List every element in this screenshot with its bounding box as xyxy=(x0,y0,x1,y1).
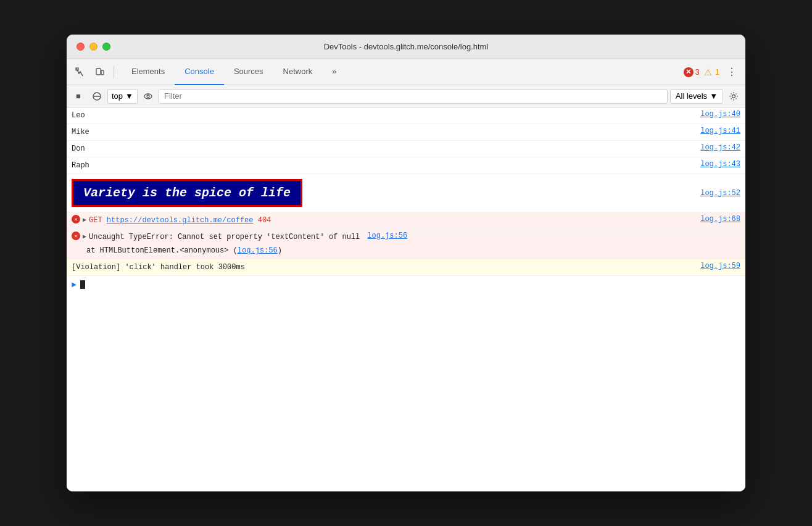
context-selector[interactable]: top ▼ xyxy=(107,89,138,104)
log-source-don[interactable]: log.js:42 xyxy=(700,143,740,152)
expand-arrow-2[interactable]: ▶ xyxy=(83,233,86,240)
variety-box: Variety is the spice of life xyxy=(72,179,302,207)
close-button[interactable] xyxy=(77,43,85,51)
console-content[interactable]: Leo log.js:40 Mike log.js:41 Don log.js:… xyxy=(67,107,745,491)
svg-point-5 xyxy=(144,94,152,99)
error-badge: ✕ 3 xyxy=(684,67,700,77)
devtools-body: Elements Console Sources Network » ✕ xyxy=(67,59,745,491)
warning-badge: ⚠ 1 xyxy=(703,67,719,77)
log-source-styled[interactable]: log.js:52 xyxy=(700,189,740,198)
toolbar-right: ✕ 3 ⚠ 1 ⋮ xyxy=(684,64,740,81)
variety-text: Variety is the spice of life xyxy=(83,186,291,200)
error-link[interactable]: log.js:56 xyxy=(238,246,278,255)
inspect-element-button[interactable] xyxy=(72,64,89,81)
traffic-lights xyxy=(77,43,110,51)
svg-point-6 xyxy=(147,95,149,98)
log-source-mike[interactable]: log.js:41 xyxy=(700,127,740,135)
error-url[interactable]: https://devtools.glitch.me/coffee xyxy=(107,216,254,225)
more-options-button[interactable]: ⋮ xyxy=(723,64,740,81)
log-source-violation[interactable]: log.js:59 xyxy=(700,262,740,270)
prompt-arrow: ► xyxy=(72,280,77,290)
clear-console-button[interactable]: ■ xyxy=(70,88,86,104)
log-entry-404: ✕ ▶ GET https://devtools.glitch.me/coffe… xyxy=(67,212,745,229)
tab-more[interactable]: » xyxy=(322,59,346,85)
styled-box: Variety is the spice of life xyxy=(72,179,302,207)
log-entry-violation: [Violation] 'click' handler took 3000ms … xyxy=(67,259,745,276)
tab-elements[interactable]: Elements xyxy=(122,59,175,85)
top-toolbar: Elements Console Sources Network » ✕ xyxy=(67,59,745,85)
log-entry-don: Don log.js:42 xyxy=(67,141,745,157)
levels-selector[interactable]: All levels ▼ xyxy=(670,89,723,104)
log-source-404[interactable]: log.js:68 xyxy=(700,215,740,223)
maximize-button[interactable] xyxy=(102,43,110,51)
warning-icon: ⚠ xyxy=(703,67,713,77)
toolbar-divider-1 xyxy=(114,66,114,78)
devtools-window: DevTools - devtools.glitch.me/console/lo… xyxy=(67,35,745,491)
log-entry-typeerror: ✕ ▶ Uncaught TypeError: Cannot set prope… xyxy=(67,229,745,259)
tab-network[interactable]: Network xyxy=(273,59,323,85)
styled-log-entry: Variety is the spice of life log.js:52 xyxy=(67,174,745,212)
console-settings-button[interactable] xyxy=(726,88,742,104)
window-title: DevTools - devtools.glitch.me/console/lo… xyxy=(324,42,489,51)
tab-console[interactable]: Console xyxy=(175,59,224,85)
eye-icon[interactable] xyxy=(140,88,156,104)
title-bar: DevTools - devtools.glitch.me/console/lo… xyxy=(67,35,745,59)
log-entry-mike: Mike log.js:41 xyxy=(67,124,745,141)
log-entry-leo: Leo log.js:40 xyxy=(67,107,745,124)
log-entry-raph: Raph log.js:43 xyxy=(67,157,745,174)
error-x-icon-1: ✕ xyxy=(72,215,80,223)
filter-input[interactable] xyxy=(159,89,668,104)
svg-point-7 xyxy=(732,94,735,98)
log-source-typeerror[interactable]: log.js:56 xyxy=(367,232,407,240)
no-icon[interactable] xyxy=(89,88,105,104)
error-x-icon-2: ✕ xyxy=(72,232,80,240)
console-input-row[interactable]: ► xyxy=(67,276,745,293)
log-source-raph[interactable]: log.js:43 xyxy=(700,160,740,169)
minimize-button[interactable] xyxy=(89,43,97,51)
log-source-leo[interactable]: log.js:40 xyxy=(700,110,740,119)
expand-arrow-1[interactable]: ▶ xyxy=(83,216,86,223)
device-toolbar-button[interactable] xyxy=(91,64,109,81)
tabs-area: Elements Console Sources Network » xyxy=(122,59,681,85)
text-cursor xyxy=(80,280,85,289)
console-toolbar: ■ top ▼ All levels ▼ xyxy=(67,85,745,107)
svg-rect-2 xyxy=(101,70,104,75)
tab-sources[interactable]: Sources xyxy=(224,59,273,85)
error-icon: ✕ xyxy=(684,67,694,77)
svg-rect-1 xyxy=(96,69,101,75)
